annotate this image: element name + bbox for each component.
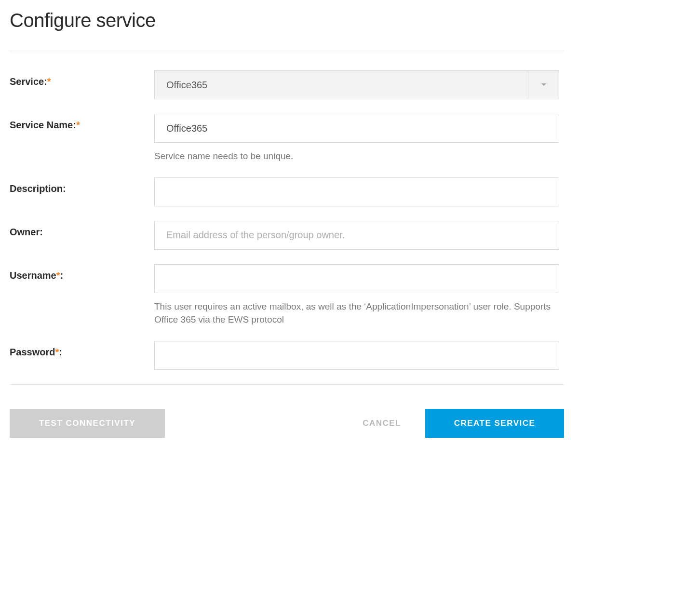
button-row: TEST CONNECTIVITY CANCEL CREATE SERVICE	[10, 409, 564, 438]
label-password-text: Password	[10, 347, 55, 357]
label-owner: Owner:	[10, 221, 154, 238]
service-dropdown[interactable]: Office365	[154, 70, 559, 99]
row-service-name: Service Name:* Service name needs to be …	[10, 114, 564, 163]
description-input[interactable]	[154, 177, 559, 206]
username-help: This user requires an active mailbox, as…	[154, 300, 559, 326]
row-password: Password*:	[10, 341, 564, 370]
service-name-input[interactable]	[154, 114, 559, 143]
label-username-text: Username	[10, 270, 56, 281]
label-username-colon: :	[60, 270, 64, 281]
row-username: Username*: This user requires an active …	[10, 264, 564, 326]
label-password: Password*:	[10, 341, 154, 358]
owner-input[interactable]	[154, 221, 559, 250]
row-owner: Owner:	[10, 221, 564, 250]
create-service-button[interactable]: CREATE SERVICE	[425, 409, 564, 438]
row-service: Service:* Office365	[10, 70, 564, 99]
label-service-name: Service Name:*	[10, 114, 154, 131]
test-connectivity-button[interactable]: TEST CONNECTIVITY	[10, 409, 165, 438]
required-mark: *	[56, 270, 60, 281]
row-description: Description:	[10, 177, 564, 206]
label-password-colon: :	[59, 347, 62, 357]
required-mark: *	[47, 76, 51, 87]
service-name-help: Service name needs to be unique.	[154, 149, 559, 163]
page-title: Configure service	[10, 10, 564, 31]
label-service: Service:*	[10, 70, 154, 87]
cancel-button[interactable]: CANCEL	[358, 409, 406, 438]
required-mark: *	[76, 120, 80, 130]
service-dropdown-value: Office365	[155, 80, 528, 91]
label-service-text: Service:	[10, 76, 47, 87]
password-input[interactable]	[154, 341, 559, 370]
username-input[interactable]	[154, 264, 559, 293]
chevron-down-icon	[528, 71, 559, 99]
label-service-name-text: Service Name:	[10, 120, 76, 130]
label-description: Description:	[10, 177, 154, 194]
label-username: Username*:	[10, 264, 154, 281]
bottom-divider	[10, 384, 564, 385]
top-divider	[10, 51, 564, 51]
